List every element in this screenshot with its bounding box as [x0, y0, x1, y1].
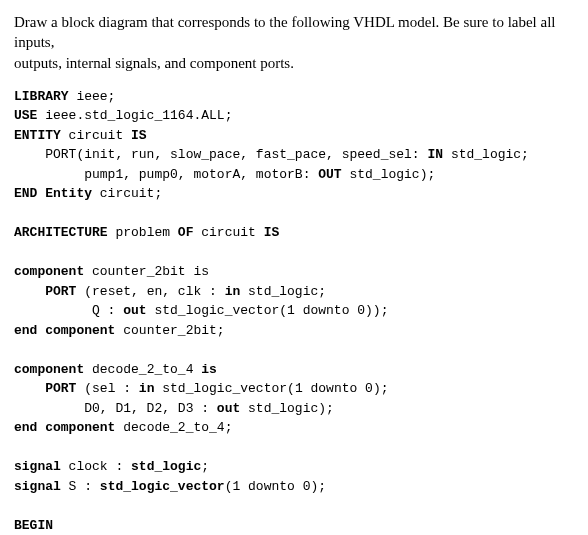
code-text: ieee.std_logic_1164.ALL;	[37, 108, 232, 123]
kw-type: std_logic	[131, 459, 201, 474]
intro-line1: Draw a block diagram that corresponds to…	[14, 14, 556, 50]
kw-in: IN	[427, 147, 443, 162]
kw-use: USE	[14, 108, 37, 123]
kw-end-entity: END Entity	[14, 186, 92, 201]
code-text: decode_2_to_4;	[115, 420, 232, 435]
kw-port: PORT	[14, 284, 76, 299]
kw-out: out	[123, 303, 146, 318]
code-text: PORT(init, run, slow_pace, fast_pace, sp…	[14, 147, 427, 162]
code-text: std_logic;	[240, 284, 326, 299]
kw-architecture: ARCHITECTURE	[14, 225, 108, 240]
vhdl-code-block: LIBRARY ieee; USE ieee.std_logic_1164.AL…	[14, 87, 574, 535]
kw-is: is	[201, 362, 217, 377]
code-text: problem	[108, 225, 178, 240]
code-text: (reset, en, clk :	[76, 284, 224, 299]
kw-signal: signal	[14, 459, 61, 474]
code-text: std_logic);	[342, 167, 436, 182]
code-text: circuit	[61, 128, 131, 143]
code-text: ;	[201, 459, 209, 474]
code-text: S :	[61, 479, 100, 494]
code-text: (1 downto 0);	[225, 479, 326, 494]
code-text: counter_2bit;	[115, 323, 224, 338]
code-text: ieee;	[69, 89, 116, 104]
kw-signal: signal	[14, 479, 61, 494]
kw-entity: ENTITY	[14, 128, 61, 143]
intro-line2: outputs, internal signals, and component…	[14, 55, 294, 71]
code-text: counter_2bit is	[84, 264, 209, 279]
kw-of: OF	[178, 225, 194, 240]
code-text: Q :	[14, 303, 123, 318]
kw-port: PORT	[14, 381, 76, 396]
kw-out: out	[217, 401, 240, 416]
kw-is: IS	[264, 225, 280, 240]
code-text: D0, D1, D2, D3 :	[14, 401, 217, 416]
kw-component: component	[14, 264, 84, 279]
code-text: std_logic_vector(1 downto 0);	[154, 381, 388, 396]
code-text: std_logic_vector(1 downto 0));	[147, 303, 389, 318]
code-text: pump1, pump0, motorA, motorB:	[14, 167, 318, 182]
code-text: std_logic;	[443, 147, 529, 162]
kw-begin: BEGIN	[14, 518, 53, 533]
kw-in: in	[225, 284, 241, 299]
code-text: std_logic);	[240, 401, 334, 416]
kw-end-component: end component	[14, 420, 115, 435]
code-text: decode_2_to_4	[84, 362, 201, 377]
kw-in: in	[139, 381, 155, 396]
kw-out: OUT	[318, 167, 341, 182]
kw-component: component	[14, 362, 84, 377]
problem-statement: Draw a block diagram that corresponds to…	[14, 12, 574, 73]
kw-end-component: end component	[14, 323, 115, 338]
code-text: circuit	[193, 225, 263, 240]
kw-type: std_logic_vector	[100, 479, 225, 494]
kw-library: LIBRARY	[14, 89, 69, 104]
code-text: clock :	[61, 459, 131, 474]
kw-is: IS	[131, 128, 147, 143]
code-text: (sel :	[76, 381, 138, 396]
code-text: circuit;	[92, 186, 162, 201]
